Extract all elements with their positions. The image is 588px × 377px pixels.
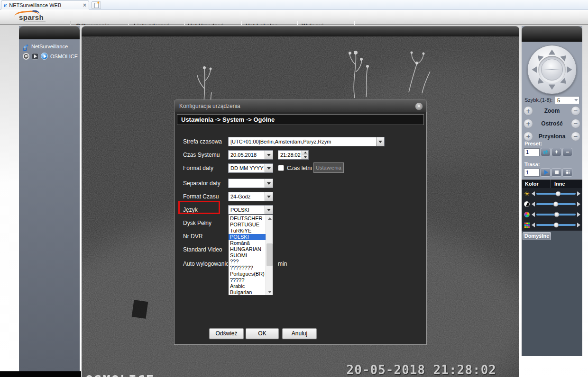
stop-icon[interactable]	[23, 53, 29, 60]
ptz-panel-header	[522, 26, 582, 42]
language-option[interactable]: Bulgarian	[229, 289, 266, 296]
language-option[interactable]: Arabic	[229, 283, 266, 289]
system-date-select[interactable]: 20.05.2018	[228, 150, 273, 160]
ptz-arrow-left-icon[interactable]	[532, 66, 537, 73]
scrollbar-down-icon[interactable]	[266, 288, 273, 295]
joystick-knob[interactable]	[541, 59, 563, 81]
language-option[interactable]: ?????	[229, 277, 266, 283]
dropdown-arrow-icon[interactable]	[265, 179, 273, 188]
spinner-up-icon[interactable]	[302, 151, 308, 155]
new-tab-button[interactable]	[92, 1, 101, 9]
language-select[interactable]: POLSKI	[228, 205, 273, 215]
preset-goto-button[interactable]: ⇄	[541, 148, 551, 156]
ptz-arrow-up-icon[interactable]	[549, 50, 555, 55]
slider-right-arrow-icon[interactable]	[577, 191, 580, 196]
tour-number-input[interactable]	[524, 169, 540, 177]
ptz-speed-select[interactable]: 5	[555, 96, 579, 104]
auto-logout-label: Auto wylogowanie	[183, 259, 229, 269]
language-option[interactable]: ???	[229, 259, 266, 265]
slider-right-arrow-icon[interactable]	[577, 202, 580, 206]
ptz-joystick[interactable]	[527, 45, 577, 94]
list-scrollbar[interactable]	[266, 215, 273, 295]
slider-right-arrow-icon[interactable]	[577, 223, 580, 227]
dialog-title-bar[interactable]: Konfiguracja urządzenia ×	[174, 99, 427, 112]
cancel-button[interactable]: Anuluj	[282, 328, 317, 339]
hue-grid-icon	[524, 222, 530, 228]
preset-delete-button[interactable]: −	[562, 148, 572, 156]
ptz-arrow-right-icon[interactable]	[567, 66, 572, 73]
preset-add-button[interactable]: +	[551, 148, 561, 156]
slider-left-arrow-icon[interactable]	[532, 223, 535, 227]
date-separator-select[interactable]: -	[228, 179, 273, 188]
defaults-button[interactable]: Domyślne	[523, 232, 551, 240]
slider-thumb[interactable]	[553, 202, 558, 207]
tab-color[interactable]: Kolor	[522, 180, 551, 188]
slider-thumb[interactable]	[554, 212, 560, 217]
dropdown-arrow-icon[interactable]	[265, 192, 273, 201]
iris-plus-button[interactable]: +	[524, 132, 533, 141]
channel-play-icon[interactable]	[41, 53, 48, 60]
zoom-label: Zoom	[544, 108, 560, 114]
language-option[interactable]: HUNGARIAN	[229, 246, 266, 252]
language-option[interactable]: DEUTSCHER	[229, 215, 266, 222]
language-option[interactable]: PORTUGUE	[229, 222, 266, 228]
video-standard-label: Standard Video	[183, 245, 222, 254]
close-icon[interactable]: ×	[415, 102, 423, 110]
ptz-arrow-down-icon[interactable]	[549, 85, 555, 90]
scrollbar-thumb[interactable]	[266, 243, 273, 266]
timezone-select[interactable]: [UTC+01:00]Berlin,Amsterdam,Paryż,Rzym	[228, 137, 385, 146]
dropdown-arrow-icon[interactable]	[573, 99, 579, 101]
contrast-slider[interactable]	[536, 203, 576, 205]
slider-right-arrow-icon[interactable]	[577, 212, 580, 217]
brightness-slider[interactable]	[536, 193, 576, 195]
language-option[interactable]: SUOMI	[229, 252, 266, 259]
slider-left-arrow-icon[interactable]	[532, 212, 535, 217]
slider-thumb[interactable]	[554, 223, 559, 228]
iris-minus-button[interactable]: −	[571, 132, 580, 141]
slider-left-arrow-icon[interactable]	[532, 191, 535, 196]
date-separator-label: Separator daty	[183, 179, 220, 188]
tree-root-row[interactable]: NetSurveillance	[23, 43, 68, 49]
ok-button[interactable]: OK	[246, 328, 279, 339]
tab-other[interactable]: Inne	[551, 180, 582, 188]
tour-play-button[interactable]	[541, 168, 551, 177]
language-option[interactable]: Română	[229, 240, 266, 246]
scrollbar-up-icon[interactable]	[266, 215, 273, 222]
hue-slider[interactable]	[536, 224, 576, 226]
saturation-slider[interactable]	[536, 214, 576, 215]
dst-settings-button[interactable]: Ustawienia	[313, 162, 344, 173]
refresh-button[interactable]: Odśwież	[209, 328, 244, 339]
time-format-select[interactable]: 24-Godz	[228, 192, 273, 201]
zoom-plus-button[interactable]: +	[524, 106, 533, 116]
slider-thumb[interactable]	[556, 191, 561, 197]
dropdown-arrow-icon[interactable]	[265, 164, 273, 172]
dropdown-arrow-icon[interactable]	[376, 137, 384, 146]
preset-number-input[interactable]	[524, 148, 540, 156]
language-option-selected[interactable]: POLSKI	[229, 234, 266, 240]
preset-controls: ⇄ + −	[524, 148, 581, 156]
focus-plus-button[interactable]: +	[524, 119, 533, 128]
tour-grid-button[interactable]	[562, 168, 572, 177]
zoom-minus-button[interactable]: −	[571, 106, 580, 116]
language-option[interactable]: ????????	[229, 265, 266, 271]
video-channel-osd: OSMOLICE	[85, 373, 155, 377]
browser-tab[interactable]: e NETSurveillance WEB ×	[1, 0, 89, 9]
ptz-control-panel: Szybk.(1-8): 5 + Zoom − + Ostrość − + Pr…	[522, 26, 582, 356]
tour-stop-button[interactable]	[551, 168, 561, 177]
close-tab-icon[interactable]: ×	[83, 2, 86, 9]
focus-minus-button[interactable]: −	[571, 119, 580, 128]
play-icon[interactable]	[32, 53, 38, 60]
dropdown-arrow-icon[interactable]	[265, 206, 273, 214]
tree-channel-row[interactable]: OSMOLICE	[23, 53, 78, 60]
slider-left-arrow-icon[interactable]	[532, 202, 535, 206]
dropdown-arrow-icon[interactable]	[265, 151, 273, 159]
timezone-value: [UTC+01:00]Berlin,Amsterdam,Paryż,Rzym	[229, 137, 376, 146]
dst-checkbox[interactable]	[278, 165, 284, 171]
color-sliders: ☀	[522, 188, 582, 231]
spinner-down-icon[interactable]	[302, 155, 308, 160]
language-option[interactable]: Portugues(BR)	[229, 271, 266, 277]
date-format-select[interactable]: DD MM YYYY	[228, 163, 273, 173]
system-time-spinner[interactable]: 21:28:02	[278, 150, 309, 160]
saturation-slider-row	[524, 209, 580, 220]
language-option[interactable]: TüRKiYE	[229, 228, 266, 234]
